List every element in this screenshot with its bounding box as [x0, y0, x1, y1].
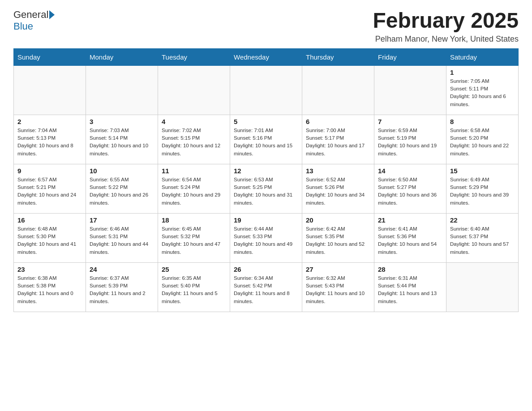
calendar-cell	[86, 65, 158, 115]
day-info: Sunrise: 7:01 AMSunset: 5:16 PMDaylight:…	[234, 127, 298, 158]
location-subtitle: Pelham Manor, New York, United States	[373, 34, 519, 44]
day-info: Sunrise: 7:05 AMSunset: 5:11 PMDaylight:…	[450, 77, 515, 108]
day-number: 21	[378, 216, 442, 224]
day-info: Sunrise: 6:52 AMSunset: 5:26 PMDaylight:…	[306, 176, 370, 207]
day-info: Sunrise: 6:54 AMSunset: 5:24 PMDaylight:…	[162, 176, 226, 207]
calendar-header: SundayMondayTuesdayWednesdayThursdayFrid…	[14, 48, 519, 65]
title-block: February 2025 Pelham Manor, New York, Un…	[373, 9, 519, 44]
calendar-week-row: 16Sunrise: 6:48 AMSunset: 5:30 PMDayligh…	[14, 213, 519, 262]
day-info: Sunrise: 6:38 AMSunset: 5:38 PMDaylight:…	[17, 274, 82, 305]
day-number: 4	[162, 118, 226, 125]
calendar-cell: 9Sunrise: 6:57 AMSunset: 5:21 PMDaylight…	[14, 164, 86, 213]
day-number: 10	[90, 167, 154, 175]
day-info: Sunrise: 6:57 AMSunset: 5:21 PMDaylight:…	[17, 176, 82, 207]
day-number: 26	[234, 265, 298, 273]
day-info: Sunrise: 6:34 AMSunset: 5:42 PMDaylight:…	[234, 274, 298, 305]
calendar-week-row: 2Sunrise: 7:04 AMSunset: 5:13 PMDaylight…	[14, 115, 519, 164]
logo: General Blue	[13, 9, 56, 32]
day-number: 13	[306, 167, 370, 175]
calendar-cell: 5Sunrise: 7:01 AMSunset: 5:16 PMDaylight…	[230, 115, 302, 164]
day-number: 14	[378, 167, 442, 175]
calendar-cell: 27Sunrise: 6:32 AMSunset: 5:43 PMDayligh…	[302, 262, 374, 312]
day-info: Sunrise: 6:42 AMSunset: 5:35 PMDaylight:…	[306, 225, 370, 256]
day-number: 23	[17, 265, 82, 273]
day-number: 5	[234, 118, 298, 125]
calendar-cell: 3Sunrise: 7:03 AMSunset: 5:14 PMDaylight…	[86, 115, 158, 164]
calendar-cell: 15Sunrise: 6:49 AMSunset: 5:29 PMDayligh…	[446, 164, 519, 213]
weekday-header-wednesday: Wednesday	[230, 48, 302, 65]
day-info: Sunrise: 6:41 AMSunset: 5:36 PMDaylight:…	[378, 225, 442, 256]
calendar-cell: 14Sunrise: 6:50 AMSunset: 5:27 PMDayligh…	[374, 164, 446, 213]
calendar-cell: 19Sunrise: 6:44 AMSunset: 5:33 PMDayligh…	[230, 213, 302, 262]
day-number: 22	[450, 216, 515, 224]
day-info: Sunrise: 6:49 AMSunset: 5:29 PMDaylight:…	[450, 176, 515, 207]
day-info: Sunrise: 6:31 AMSunset: 5:44 PMDaylight:…	[378, 274, 442, 305]
calendar-cell	[374, 65, 446, 115]
calendar-cell: 25Sunrise: 6:35 AMSunset: 5:40 PMDayligh…	[158, 262, 230, 312]
weekday-header-row: SundayMondayTuesdayWednesdayThursdayFrid…	[14, 48, 519, 65]
calendar-cell: 2Sunrise: 7:04 AMSunset: 5:13 PMDaylight…	[14, 115, 86, 164]
calendar-cell: 20Sunrise: 6:42 AMSunset: 5:35 PMDayligh…	[302, 213, 374, 262]
day-number: 20	[306, 216, 370, 224]
calendar-cell	[446, 262, 519, 312]
day-number: 7	[378, 118, 442, 125]
logo-general-text: General	[13, 9, 48, 21]
weekday-header-saturday: Saturday	[446, 48, 519, 65]
day-number: 27	[306, 265, 370, 273]
day-info: Sunrise: 7:04 AMSunset: 5:13 PMDaylight:…	[17, 127, 82, 158]
calendar-cell: 16Sunrise: 6:48 AMSunset: 5:30 PMDayligh…	[14, 213, 86, 262]
calendar-week-row: 9Sunrise: 6:57 AMSunset: 5:21 PMDaylight…	[14, 164, 519, 213]
page-header: General Blue February 2025 Pelham Manor,…	[13, 9, 519, 44]
day-number: 16	[17, 216, 82, 224]
day-number: 6	[306, 118, 370, 125]
calendar-cell	[230, 65, 302, 115]
day-info: Sunrise: 6:40 AMSunset: 5:37 PMDaylight:…	[450, 225, 515, 256]
day-number: 28	[378, 265, 442, 273]
calendar-cell: 13Sunrise: 6:52 AMSunset: 5:26 PMDayligh…	[302, 164, 374, 213]
calendar-cell: 6Sunrise: 7:00 AMSunset: 5:17 PMDaylight…	[302, 115, 374, 164]
day-info: Sunrise: 7:02 AMSunset: 5:15 PMDaylight:…	[162, 127, 226, 158]
day-info: Sunrise: 7:03 AMSunset: 5:14 PMDaylight:…	[90, 127, 154, 158]
logo-arrow-icon	[49, 10, 55, 19]
day-info: Sunrise: 6:55 AMSunset: 5:22 PMDaylight:…	[90, 176, 154, 207]
calendar-cell: 17Sunrise: 6:46 AMSunset: 5:31 PMDayligh…	[86, 213, 158, 262]
day-info: Sunrise: 6:58 AMSunset: 5:20 PMDaylight:…	[450, 127, 515, 158]
day-info: Sunrise: 6:59 AMSunset: 5:19 PMDaylight:…	[378, 127, 442, 158]
day-number: 9	[17, 167, 82, 175]
month-title: February 2025	[373, 9, 519, 33]
day-info: Sunrise: 6:45 AMSunset: 5:32 PMDaylight:…	[162, 225, 226, 256]
calendar-week-row: 1Sunrise: 7:05 AMSunset: 5:11 PMDaylight…	[14, 65, 519, 115]
day-info: Sunrise: 6:44 AMSunset: 5:33 PMDaylight:…	[234, 225, 298, 256]
calendar-week-row: 23Sunrise: 6:38 AMSunset: 5:38 PMDayligh…	[14, 262, 519, 312]
day-number: 19	[234, 216, 298, 224]
day-number: 2	[17, 118, 82, 125]
calendar-cell: 24Sunrise: 6:37 AMSunset: 5:39 PMDayligh…	[86, 262, 158, 312]
day-info: Sunrise: 7:00 AMSunset: 5:17 PMDaylight:…	[306, 127, 370, 158]
logo-blue-text: Blue	[13, 21, 33, 32]
day-number: 3	[90, 118, 154, 125]
calendar-cell: 28Sunrise: 6:31 AMSunset: 5:44 PMDayligh…	[374, 262, 446, 312]
day-info: Sunrise: 6:37 AMSunset: 5:39 PMDaylight:…	[90, 274, 154, 305]
day-number: 11	[162, 167, 226, 175]
day-number: 25	[162, 265, 226, 273]
day-info: Sunrise: 6:46 AMSunset: 5:31 PMDaylight:…	[90, 225, 154, 256]
day-info: Sunrise: 6:35 AMSunset: 5:40 PMDaylight:…	[162, 274, 226, 305]
day-info: Sunrise: 6:50 AMSunset: 5:27 PMDaylight:…	[378, 176, 442, 207]
weekday-header-monday: Monday	[86, 48, 158, 65]
weekday-header-friday: Friday	[374, 48, 446, 65]
calendar-cell: 7Sunrise: 6:59 AMSunset: 5:19 PMDaylight…	[374, 115, 446, 164]
calendar-cell: 21Sunrise: 6:41 AMSunset: 5:36 PMDayligh…	[374, 213, 446, 262]
weekday-header-sunday: Sunday	[14, 48, 86, 65]
weekday-header-tuesday: Tuesday	[158, 48, 230, 65]
calendar-cell: 1Sunrise: 7:05 AMSunset: 5:11 PMDaylight…	[446, 65, 519, 115]
calendar-cell: 8Sunrise: 6:58 AMSunset: 5:20 PMDaylight…	[446, 115, 519, 164]
day-number: 1	[450, 68, 515, 76]
day-number: 12	[234, 167, 298, 175]
calendar-table: SundayMondayTuesdayWednesdayThursdayFrid…	[13, 48, 519, 312]
day-number: 24	[90, 265, 154, 273]
calendar-cell: 22Sunrise: 6:40 AMSunset: 5:37 PMDayligh…	[446, 213, 519, 262]
calendar-cell	[14, 65, 86, 115]
calendar-cell: 18Sunrise: 6:45 AMSunset: 5:32 PMDayligh…	[158, 213, 230, 262]
calendar-cell: 12Sunrise: 6:53 AMSunset: 5:25 PMDayligh…	[230, 164, 302, 213]
calendar-cell: 4Sunrise: 7:02 AMSunset: 5:15 PMDaylight…	[158, 115, 230, 164]
